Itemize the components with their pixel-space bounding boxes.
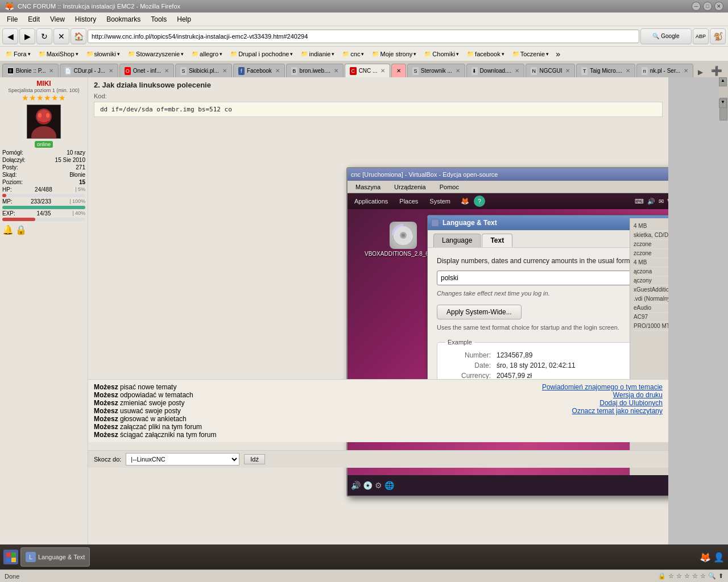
bookmarks-more[interactable]: »: [556, 49, 560, 59]
tab-close-onet[interactable]: ✕: [164, 68, 169, 74]
example-number-value: 1234567,89: [497, 351, 532, 359]
bookmark-toczenie[interactable]: Toczenie: [509, 49, 552, 59]
tab-facebook[interactable]: f Facebook ✕: [233, 64, 285, 77]
stop-button[interactable]: ✕: [53, 28, 69, 44]
menu-history[interactable]: History: [71, 14, 101, 24]
status-star3: ☆: [684, 572, 690, 580]
tab-sterownik[interactable]: S Sterownik ... ✕: [407, 64, 465, 77]
link-powiadomien[interactable]: Powiadomień znajomego o tym temacie: [542, 383, 663, 391]
tab-onet[interactable]: O Onet - inf... ✕: [119, 64, 174, 77]
user-rank: Specjalista poziom 1 (min. 100): [2, 88, 85, 93]
bookmark-stowarzyszenie[interactable]: Stowarzyszenie: [125, 49, 187, 59]
user-exp-row: EXP: 14/35 | 40%: [2, 210, 85, 217]
ubuntu-system[interactable]: System: [426, 197, 454, 206]
menu-view[interactable]: View: [46, 14, 69, 24]
bookmark-maxishop[interactable]: MaxiShop: [35, 49, 82, 59]
svg-rect-10: [11, 552, 16, 557]
bookmark-slowniki[interactable]: słowniki: [83, 49, 124, 59]
vbox-menu-urzadzenia[interactable]: Urządzenia: [390, 182, 431, 192]
goto-button[interactable]: Idź: [244, 454, 265, 464]
taskbar-fox-icon[interactable]: 🦊: [700, 552, 711, 563]
tabs-more[interactable]: ▶: [694, 67, 706, 77]
taskbar-start-icon[interactable]: [3, 550, 18, 564]
bookmark-facebook[interactable]: facebook: [464, 49, 508, 59]
svg-point-5: [46, 113, 49, 118]
tab-close-taig[interactable]: ✕: [626, 68, 630, 74]
scroll-down-arrow[interactable]: ▼: [719, 99, 727, 108]
new-tab-button[interactable]: ➕: [708, 64, 726, 77]
taskbar-lang-text[interactable]: L Language & Text: [20, 547, 90, 567]
menu-bookmarks[interactable]: Bookmarks: [102, 14, 145, 24]
tab-close-sterownik[interactable]: ✕: [456, 68, 460, 74]
code-block: dd if=/dev/sda of=mbr.img bs=512 co: [94, 102, 663, 117]
svg-rect-9: [6, 552, 11, 557]
ubuntu-help-icon[interactable]: ?: [474, 196, 485, 207]
status-star2: ☆: [676, 572, 682, 580]
vbox-info-row-12: PRO/1000 MT Desktop (NAT): [634, 322, 668, 331]
lang-apply-button[interactable]: Apply System-Wide...: [437, 305, 522, 319]
vbox-cd-icon[interactable]: 💿: [363, 481, 373, 490]
tab-close-bron[interactable]: ✕: [334, 68, 338, 74]
tab-close-skibicki[interactable]: ✕: [222, 68, 227, 74]
goto-select[interactable]: |--LinuxCNC: [126, 453, 239, 465]
minimize-button[interactable]: ─: [692, 2, 701, 11]
tab-download[interactable]: ⬇ Download.... ✕: [466, 64, 524, 77]
back-button[interactable]: ◀: [2, 28, 18, 44]
tab-close-facebook[interactable]: ✕: [275, 68, 280, 74]
bookmark-allegro[interactable]: allegro: [188, 49, 226, 59]
lang-tab-text[interactable]: Text: [482, 234, 512, 247]
restore-button[interactable]: □: [703, 2, 712, 11]
bookmark-indianie[interactable]: indianie: [297, 49, 338, 59]
tab-close-ngcgui[interactable]: ✕: [565, 68, 570, 74]
link-nieczytany[interactable]: Oznacz temat jako nieczytany: [572, 407, 663, 415]
lang-tab-language[interactable]: Language: [433, 234, 481, 247]
user-icons-row: 🔔 🔒: [2, 225, 85, 235]
link-druk[interactable]: Wersja do druku: [613, 391, 663, 399]
tab-close-blonie[interactable]: ✕: [49, 68, 53, 74]
bookmark-drupal[interactable]: Drupal i pochodne: [227, 49, 296, 59]
tab-taig[interactable]: T Taig Micro.... ✕: [576, 64, 635, 77]
user-exp-fill: [2, 218, 35, 221]
address-bar[interactable]: [88, 30, 639, 43]
bookmark-chomiki[interactable]: Chomiki: [421, 49, 462, 59]
tab-cnc[interactable]: C CNC ... ✕: [345, 64, 390, 77]
close-button[interactable]: ✕: [714, 2, 723, 11]
ubuntu-mail-icon: ✉: [659, 198, 664, 205]
greasemonkey-button[interactable]: 🐒: [710, 28, 726, 44]
home-button[interactable]: 🏠: [71, 28, 86, 44]
tab-cdur[interactable]: 📄 CDur.pl - J... ✕: [60, 64, 118, 77]
tab-bron[interactable]: B bron.iweb.... ✕: [286, 64, 344, 77]
menu-edit[interactable]: Edit: [23, 14, 44, 24]
vbox-network-icon[interactable]: 🌐: [384, 481, 394, 490]
menu-help[interactable]: Help: [172, 14, 196, 24]
bookmark-cnc[interactable]: cnc: [339, 49, 367, 59]
tab-close-cdur[interactable]: ✕: [109, 68, 113, 74]
bookmark-moje-strony[interactable]: Moje strony: [369, 49, 420, 59]
menu-tools[interactable]: Tools: [146, 14, 171, 24]
tab-close-download[interactable]: ✕: [515, 68, 519, 74]
reload-button[interactable]: ↻: [36, 28, 52, 44]
scroll-up-arrow[interactable]: ▲: [719, 77, 727, 86]
search-button[interactable]: 🔍 Google: [640, 28, 692, 44]
tab-close-cnc[interactable]: ✕: [380, 68, 385, 74]
tab-nkpl[interactable]: n nk.pl - Ser... ✕: [636, 64, 693, 77]
taskbar-user-icon[interactable]: 👤: [713, 552, 725, 563]
tab-ngcgui[interactable]: N NGCGUI ✕: [526, 64, 575, 77]
tab-skibicki[interactable]: S Skibicki.pl... ✕: [175, 64, 232, 77]
vbox-menu-maszyna[interactable]: Maszyna: [351, 182, 385, 192]
bookmark-fora[interactable]: Fora: [2, 49, 34, 59]
vbox-menu-pomoc[interactable]: Pomoc: [435, 182, 464, 192]
tab-blonie[interactable]: 🅱 Błonie :: P... ✕: [2, 64, 59, 77]
tab-close-nkpl[interactable]: ✕: [684, 68, 688, 74]
ubuntu-applications[interactable]: Applications: [351, 197, 391, 206]
ubuntu-places[interactable]: Places: [396, 197, 421, 206]
vbox-sound-icon[interactable]: 🔊: [351, 481, 361, 490]
tab-x[interactable]: ✕: [391, 64, 406, 77]
forward-button[interactable]: ▶: [19, 28, 35, 44]
menu-file[interactable]: File: [2, 14, 22, 24]
vbox-usb-icon[interactable]: ⚙: [375, 481, 382, 490]
link-ulubione[interactable]: Dodaj do Ulubionych: [599, 399, 663, 407]
vbox-info-row-5: 4 MB: [634, 258, 668, 267]
main-scrollbar[interactable]: ▲ ▼: [719, 77, 728, 120]
adblock-button[interactable]: ABP: [693, 28, 709, 44]
